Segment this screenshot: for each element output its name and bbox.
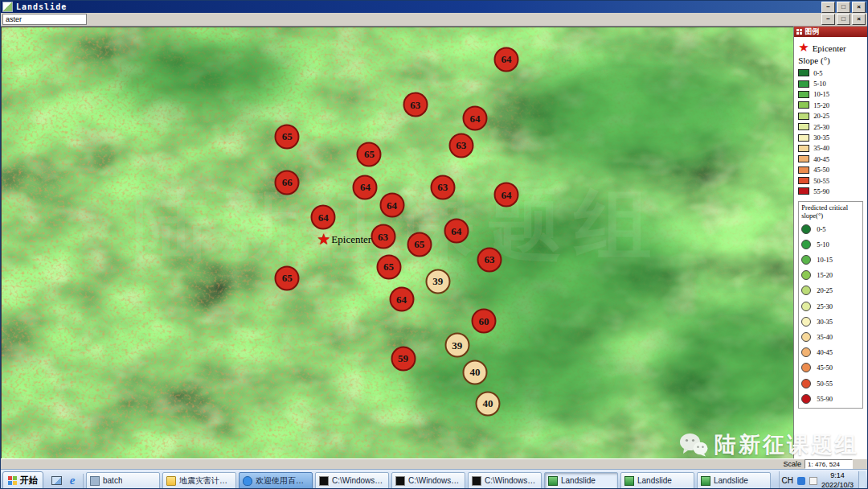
app-icon bbox=[2, 2, 13, 12]
taskbar-task[interactable]: 欢迎使用百度网盘 bbox=[239, 472, 313, 489]
child-close-button[interactable]: × bbox=[852, 14, 866, 25]
start-label: 开始 bbox=[20, 475, 38, 487]
legend-color-swatch bbox=[798, 145, 809, 152]
tray-volume-icon[interactable] bbox=[809, 477, 817, 485]
taskbar-task[interactable]: C:\Windows\syst... bbox=[315, 472, 389, 489]
legend-color-swatch bbox=[801, 363, 811, 372]
legend-class-row: 50-55 bbox=[798, 175, 863, 186]
legend-class-label: 10-15 bbox=[813, 90, 829, 98]
legend-color-swatch bbox=[801, 255, 811, 265]
slope-marker: 64 bbox=[353, 175, 378, 199]
legend-titlebar[interactable]: 图例 bbox=[794, 27, 867, 37]
layer-combobox[interactable]: aster bbox=[2, 14, 87, 25]
taskbar-task[interactable]: Landslide bbox=[697, 472, 771, 489]
cloud-icon bbox=[243, 476, 252, 486]
map-view[interactable]: 陆新征课题组 646364656365666463646464636465636… bbox=[1, 27, 793, 458]
task-label: C:\Windows\syst... bbox=[332, 476, 385, 485]
slope-classes: 0-55-1010-1515-2020-2525-3030-3535-4040-… bbox=[798, 68, 863, 197]
slope-marker: 40 bbox=[475, 391, 500, 416]
legend-class-label: 30-35 bbox=[817, 318, 833, 326]
legend-class-row: 45-50 bbox=[798, 165, 863, 175]
child-minimize-button[interactable]: − bbox=[821, 14, 835, 25]
legend-class-row: 30-35 bbox=[798, 132, 863, 142]
legend-class-label: 20-25 bbox=[813, 112, 829, 120]
slope-marker: 65 bbox=[275, 124, 300, 149]
cmd-icon bbox=[319, 476, 329, 486]
legend-color-swatch bbox=[798, 134, 809, 142]
scale-value[interactable]: 1: 476, 524 bbox=[805, 459, 853, 469]
task-label: Landslide bbox=[561, 476, 596, 485]
legend-class-row: 15-20 bbox=[801, 268, 860, 283]
window-icon bbox=[90, 476, 100, 486]
legend-epicenter-row: ★ Epicenter bbox=[798, 42, 863, 54]
slope-marker: 40 bbox=[462, 360, 487, 384]
legend-color-swatch bbox=[798, 177, 809, 184]
task-label: 地震灾害计算程... bbox=[179, 475, 232, 487]
legend-color-swatch bbox=[801, 379, 811, 388]
folder-icon bbox=[166, 476, 176, 486]
legend-class-label: 50-55 bbox=[813, 177, 829, 185]
windows-logo-icon bbox=[8, 476, 17, 485]
internet-explorer-icon[interactable]: e bbox=[65, 474, 80, 488]
legend-class-row: 15-20 bbox=[798, 100, 863, 110]
legend-color-swatch bbox=[801, 317, 811, 327]
legend-color-swatch bbox=[798, 101, 809, 109]
taskbar-task[interactable]: C:\Windows\syst... bbox=[468, 472, 542, 489]
mdi-toolbar: aster − □ × bbox=[1, 13, 867, 27]
task-label: C:\Windows\syst... bbox=[485, 476, 538, 485]
app-icon bbox=[701, 476, 710, 486]
show-desktop-icon[interactable] bbox=[49, 474, 63, 488]
legend-class-row: 0-5 bbox=[801, 221, 860, 236]
slope-marker: 64 bbox=[494, 47, 519, 72]
language-indicator[interactable]: CH bbox=[782, 476, 793, 485]
taskbar-task[interactable]: Landslide bbox=[544, 472, 618, 489]
taskbar-task[interactable]: batch bbox=[86, 472, 160, 489]
legend-class-label: 30-35 bbox=[813, 134, 829, 142]
legend-color-swatch bbox=[798, 80, 809, 88]
start-button[interactable]: 开始 bbox=[2, 471, 43, 489]
legend-color-swatch bbox=[801, 302, 811, 311]
taskbar-clock[interactable]: 9:14 2022/10/3 bbox=[821, 471, 854, 489]
legend-class-label: 45-50 bbox=[813, 166, 829, 174]
legend-class-row: 0-5 bbox=[798, 68, 863, 78]
legend-class-row: 40-45 bbox=[798, 154, 863, 164]
legend-class-label: 35-40 bbox=[817, 333, 833, 341]
child-restore-button[interactable]: □ bbox=[837, 14, 850, 25]
critical-slope-title: Predicted critical slope(°) bbox=[801, 203, 860, 220]
legend-class-row: 25-30 bbox=[801, 298, 860, 314]
maximize-button[interactable]: □ bbox=[837, 2, 850, 13]
status-bar: Scale 1: 476, 524 bbox=[1, 458, 867, 469]
legend-class-label: 0-5 bbox=[817, 225, 825, 233]
close-button[interactable]: × bbox=[852, 2, 866, 13]
tray-network-icon[interactable] bbox=[797, 477, 805, 485]
task-label: Landslide bbox=[637, 476, 672, 485]
legend-color-swatch bbox=[798, 69, 809, 76]
legend-class-label: 25-30 bbox=[813, 123, 829, 131]
slope-marker: 66 bbox=[275, 170, 300, 195]
terrain-raster bbox=[2, 27, 793, 458]
taskbar-task[interactable]: 地震灾害计算程... bbox=[162, 472, 236, 489]
clock-date: 2022/10/3 bbox=[821, 481, 854, 489]
window-title: Landslide bbox=[16, 2, 67, 11]
legend-class-label: 50-55 bbox=[817, 380, 833, 388]
legend-class-row: 35-40 bbox=[798, 143, 863, 154]
epicenter-marker: ★ Epicenter bbox=[317, 232, 371, 247]
taskbar-task[interactable]: Landslide bbox=[620, 472, 694, 489]
critical-classes: 0-55-1010-1515-2020-2525-3030-3535-4040-… bbox=[801, 221, 860, 406]
taskbar: 开始 e batch地震灾害计算程...欢迎使用百度网盘C:\Windows\s… bbox=[1, 469, 867, 489]
legend-class-row: 20-25 bbox=[801, 283, 860, 298]
legend-class-label: 15-20 bbox=[813, 101, 829, 109]
slope-marker: 63 bbox=[477, 247, 502, 272]
minimize-button[interactable]: − bbox=[821, 2, 835, 13]
task-buttons: batch地震灾害计算程...欢迎使用百度网盘C:\Windows\syst..… bbox=[86, 472, 776, 489]
slope-marker: 63 bbox=[403, 92, 428, 117]
epicenter-star-icon: ★ bbox=[798, 42, 809, 54]
legend-class-row: 5-10 bbox=[801, 236, 860, 252]
taskbar-task[interactable]: C:\Windows\syst... bbox=[391, 472, 465, 489]
slope-marker: 65 bbox=[376, 254, 401, 279]
legend-color-swatch bbox=[801, 286, 811, 295]
slope-marker: 63 bbox=[371, 224, 395, 249]
show-desktop-strip[interactable] bbox=[858, 471, 866, 489]
legend-color-swatch bbox=[798, 113, 809, 120]
legend-panel: 图例 ★ Epicenter Slope (°) 0-55-1010-1515-… bbox=[793, 27, 867, 458]
